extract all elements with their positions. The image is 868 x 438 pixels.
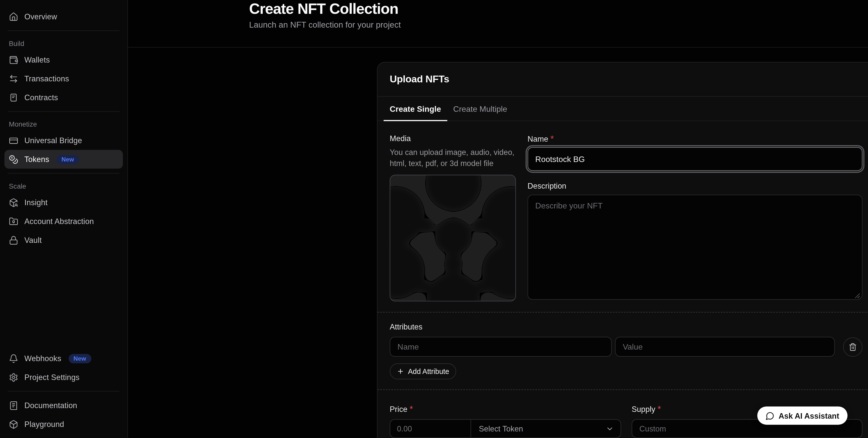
required-asterisk: *	[550, 134, 554, 143]
folder-shield-icon	[9, 216, 18, 226]
arrows-left-right-icon	[9, 74, 18, 83]
bell-icon	[9, 353, 18, 363]
sidebar-item-tokens[interactable]: Tokens New	[4, 150, 123, 169]
new-badge: New	[68, 353, 91, 363]
sidebar: Overview Build Wallets Transactions Cont…	[0, 0, 128, 438]
description-wrapper	[527, 195, 863, 302]
add-attribute-button[interactable]: Add Attribute	[390, 363, 456, 379]
delete-attribute-button[interactable]	[843, 337, 863, 357]
tab-create-single[interactable]: Create Single	[384, 97, 447, 121]
price-column: Price* Select Token	[390, 404, 621, 438]
main-content: Create NFT Collection Launch an NFT coll…	[128, 0, 868, 438]
media-column: Media You can upload image, audio, video…	[390, 134, 516, 302]
sidebar-item-label: Insight	[24, 198, 48, 207]
sidebar-item-label: Overview	[24, 12, 57, 21]
sidebar-item-webhooks[interactable]: Webhooks New	[4, 349, 123, 368]
coins-icon	[9, 155, 18, 164]
gear-icon	[9, 372, 18, 382]
fields-column: Name* Description	[527, 134, 863, 302]
sidebar-item-transactions[interactable]: Transactions	[4, 69, 123, 88]
sidebar-item-vault[interactable]: Vault	[4, 231, 123, 249]
required-asterisk: *	[658, 404, 661, 414]
supply-label: Supply	[631, 405, 655, 414]
tab-bar: Create Single Create Multiple	[377, 97, 868, 121]
attribute-value-input[interactable]	[615, 337, 835, 357]
book-icon	[9, 401, 18, 410]
file-text-icon	[9, 93, 18, 102]
sidebar-bottom-group: Webhooks New Project Settings Documentat…	[4, 349, 123, 434]
sidebar-item-label: Wallets	[24, 55, 50, 64]
sidebar-item-label: Tokens	[24, 155, 49, 164]
nft-description-textarea[interactable]	[527, 195, 863, 300]
sidebar-item-documentation[interactable]: Documentation	[4, 396, 123, 415]
sidebar-item-label: Webhooks	[24, 354, 61, 363]
sidebar-item-playground[interactable]: Playground	[4, 415, 123, 434]
sidebar-item-wallets[interactable]: Wallets	[4, 50, 123, 69]
package-search-icon	[9, 198, 18, 207]
trash-icon	[849, 343, 857, 351]
sidebar-item-universal-bridge[interactable]: Universal Bridge	[4, 131, 123, 150]
sidebar-item-contracts[interactable]: Contracts	[4, 88, 123, 107]
sidebar-item-account-abstraction[interactable]: Account Abstraction	[4, 212, 123, 231]
price-input-group: Select Token	[390, 419, 621, 438]
house-icon	[9, 12, 18, 21]
sidebar-item-label: Vault	[24, 236, 42, 244]
token-select-value: Select Token	[479, 424, 523, 433]
sidebar-section-monetize: Monetize	[4, 116, 123, 131]
divider	[8, 173, 120, 173]
sidebar-section-build: Build	[4, 35, 123, 50]
upload-nfts-card: Upload NFTs Create Single Create Multipl…	[377, 62, 868, 438]
media-label: Media	[390, 134, 516, 143]
chevron-down-icon	[606, 425, 614, 433]
sidebar-item-label: Playground	[24, 420, 64, 429]
page-header: Create NFT Collection Launch an NFT coll…	[128, 0, 868, 47]
page-subtitle: Launch an NFT collection for your projec…	[249, 20, 868, 29]
ask-ai-assistant-button[interactable]: Ask AI Assistant	[757, 406, 847, 425]
description-label: Description	[527, 181, 566, 190]
add-attribute-label: Add Attribute	[408, 367, 449, 375]
media-help-text: You can upload image, audio, video, html…	[390, 147, 516, 169]
tab-create-multiple[interactable]: Create Multiple	[447, 97, 513, 121]
divider	[8, 111, 120, 112]
card-body: Media You can upload image, audio, video…	[377, 121, 868, 438]
card-title: Upload NFTs	[390, 74, 863, 85]
app-window: Overview Build Wallets Transactions Cont…	[0, 0, 868, 438]
plus-icon	[397, 368, 404, 375]
attribute-name-input[interactable]	[390, 337, 612, 357]
media-upload-preview[interactable]	[390, 174, 516, 301]
ask-ai-assistant-label: Ask AI Assistant	[778, 411, 839, 420]
price-amount-input[interactable]	[390, 420, 470, 437]
sidebar-item-overview[interactable]: Overview	[4, 7, 123, 26]
sidebar-item-insight[interactable]: Insight	[4, 193, 123, 212]
sidebar-item-label: Transactions	[24, 74, 69, 83]
box-icon	[9, 419, 18, 429]
card-header: Upload NFTs	[377, 63, 868, 97]
sidebar-item-label: Universal Bridge	[24, 136, 82, 145]
nft-preview-image	[390, 175, 516, 301]
sidebar-item-label: Project Settings	[24, 373, 80, 381]
sidebar-item-label: Documentation	[24, 401, 77, 410]
required-asterisk: *	[410, 404, 413, 414]
price-label: Price	[390, 405, 407, 414]
lock-icon	[9, 235, 18, 245]
attributes-label: Attributes	[390, 323, 863, 331]
sidebar-item-project-settings[interactable]: Project Settings	[4, 368, 123, 386]
sidebar-section-scale: Scale	[4, 178, 123, 193]
token-select-dropdown[interactable]: Select Token	[471, 420, 621, 437]
divider	[8, 30, 120, 31]
page-title: Create NFT Collection	[249, 0, 868, 18]
wallet-icon	[9, 55, 18, 64]
sidebar-item-label: Account Abstraction	[24, 217, 94, 226]
attribute-row	[390, 337, 863, 357]
name-label: Name	[527, 134, 548, 143]
sidebar-item-label: Contracts	[24, 93, 58, 102]
divider	[8, 391, 120, 392]
new-badge: New	[57, 155, 79, 164]
chat-bubble-icon	[765, 411, 774, 420]
nft-name-input[interactable]	[527, 147, 863, 171]
credit-card-icon	[9, 136, 18, 145]
media-and-fields-row: Media You can upload image, audio, video…	[390, 134, 863, 302]
